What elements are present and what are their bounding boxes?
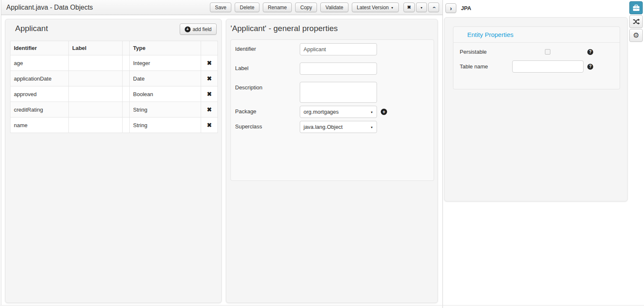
copy-button[interactable]: Copy	[295, 3, 317, 12]
package-select[interactable]: org.mortgages ▼	[300, 106, 377, 118]
table-row[interactable]: name String ✖	[10, 117, 218, 133]
superclass-label: Superclass	[231, 121, 300, 130]
cell-spacer	[123, 71, 130, 86]
cell-actions: ✖	[201, 86, 218, 102]
cell-spacer	[123, 55, 130, 71]
superclass-row: Superclass java.lang.Object ▼	[231, 121, 434, 133]
save-button[interactable]: Save	[210, 3, 231, 12]
identifier-label: Identifier	[231, 43, 300, 52]
general-properties-panel: 'Applicant' - general properties Identif…	[226, 19, 438, 303]
package-label: Package	[231, 106, 300, 115]
persistable-checkbox[interactable]	[545, 49, 550, 55]
fields-table-header-row: Identifier Label Type	[10, 41, 218, 55]
entity-properties-heading: Entity Properties	[453, 27, 620, 43]
data-object-name-title: Applicant	[15, 24, 48, 33]
close-icon: ✖	[407, 5, 411, 10]
delete-field-icon[interactable]: ✖	[207, 122, 212, 128]
cell-actions: ✖	[201, 117, 218, 133]
cell-label[interactable]	[69, 117, 123, 133]
column-header-type[interactable]: Type	[130, 41, 201, 55]
cell-label[interactable]	[69, 55, 123, 71]
superclass-select[interactable]: java.lang.Object ▼	[300, 121, 377, 133]
cell-type[interactable]: Date	[130, 71, 201, 86]
perspective-left-divider	[1, 0, 1, 305]
column-header-identifier[interactable]: Identifier	[10, 41, 69, 55]
help-icon[interactable]: ?	[587, 64, 593, 70]
rename-button[interactable]: Rename	[263, 3, 292, 12]
help-icon[interactable]: ?	[587, 49, 593, 55]
jpa-panel-title: JPA	[461, 5, 471, 11]
cell-type[interactable]: String	[130, 102, 201, 117]
delete-field-icon[interactable]: ✖	[207, 75, 212, 82]
close-editor-button[interactable]: ✖	[403, 3, 415, 12]
settings-tool-button[interactable]: ⚙	[629, 29, 643, 42]
latest-version-dropdown[interactable]: Latest Version ▼	[352, 3, 399, 12]
delete-field-icon[interactable]: ✖	[207, 91, 212, 97]
cell-label[interactable]	[69, 86, 123, 102]
chevron-right-icon: ›	[450, 5, 452, 11]
latest-version-label: Latest Version	[357, 5, 389, 10]
cell-type[interactable]: Boolean	[130, 86, 201, 102]
validate-button[interactable]: Validate	[320, 3, 348, 12]
identifier-field[interactable]	[300, 43, 377, 55]
data-modeler-tool-button[interactable]	[629, 1, 643, 14]
table-name-label: Table name	[460, 63, 512, 70]
package-row: Package org.mortgages ▼ +	[231, 106, 434, 118]
fields-table: Identifier Label Type age Integer ✖ appl…	[10, 41, 218, 133]
description-label: Description	[231, 82, 300, 91]
label-row: Label	[231, 63, 434, 75]
collapse-panel-button[interactable]: ›	[445, 3, 456, 13]
minimize-dropdown-button[interactable]: ▼	[416, 3, 427, 12]
plus-circle-icon: +	[185, 26, 191, 32]
add-package-icon[interactable]: +	[381, 109, 387, 115]
cell-identifier[interactable]: approved	[10, 86, 69, 102]
cell-actions: ✖	[201, 102, 218, 117]
cell-label[interactable]	[69, 71, 123, 86]
caret-down-icon: ▼	[370, 126, 373, 129]
cell-spacer	[123, 102, 130, 117]
add-field-button[interactable]: + add field	[180, 23, 217, 35]
cell-actions: ✖	[201, 55, 218, 71]
cell-type[interactable]: Integer	[130, 55, 201, 71]
delete-field-icon[interactable]: ✖	[207, 60, 212, 66]
description-field[interactable]	[300, 82, 377, 103]
collapse-up-button[interactable]: ›	[428, 3, 439, 12]
description-row: Description	[231, 82, 434, 103]
editor-title: Applicant.java - Data Objects	[6, 4, 93, 11]
identifier-row: Identifier	[231, 43, 434, 55]
cell-identifier[interactable]: creditRating	[10, 102, 69, 117]
caret-down-icon: ▼	[420, 6, 423, 9]
jpa-panel: Entity Properties Persistable ? Table na…	[444, 17, 628, 201]
caret-down-icon: ▼	[370, 111, 373, 114]
editor-toolbar: Save Delete Rename Copy Validate Latest …	[210, 3, 399, 12]
editor-header: Applicant.java - Data Objects Save Delet…	[1, 0, 442, 15]
label-label: Label	[231, 63, 300, 71]
table-row[interactable]: age Integer ✖	[10, 55, 218, 71]
table-row[interactable]: applicationDate Date ✖	[10, 71, 218, 86]
jpa-header: › JPA	[445, 3, 471, 13]
table-row[interactable]: creditRating String ✖	[10, 102, 218, 117]
cell-identifier[interactable]: name	[10, 117, 69, 133]
cell-identifier[interactable]: applicationDate	[10, 71, 69, 86]
delete-button[interactable]: Delete	[235, 3, 259, 12]
randomize-tool-button[interactable]	[629, 15, 643, 28]
cell-identifier[interactable]: age	[10, 55, 69, 71]
table-row[interactable]: approved Boolean ✖	[10, 86, 218, 102]
table-name-field[interactable]	[512, 60, 584, 73]
cell-type[interactable]: String	[130, 117, 201, 133]
column-header-label[interactable]: Label	[69, 41, 123, 55]
shuffle-icon	[633, 18, 640, 25]
column-header-spacer	[123, 41, 130, 55]
entity-properties-box: Entity Properties Persistable ? Table na…	[453, 26, 620, 89]
persistable-row: Persistable ?	[453, 49, 620, 55]
cell-spacer	[123, 86, 130, 102]
cell-label[interactable]	[69, 102, 123, 117]
editor-window-controls: ✖ ▼ ›	[403, 3, 439, 12]
delete-field-icon[interactable]: ✖	[207, 106, 212, 113]
general-properties-title: 'Applicant' - general properties	[230, 24, 338, 33]
column-header-actions	[201, 41, 218, 55]
label-field[interactable]	[300, 63, 377, 75]
persistable-label: Persistable	[460, 49, 545, 55]
chevron-up-icon: ›	[431, 6, 437, 8]
cell-actions: ✖	[201, 71, 218, 86]
